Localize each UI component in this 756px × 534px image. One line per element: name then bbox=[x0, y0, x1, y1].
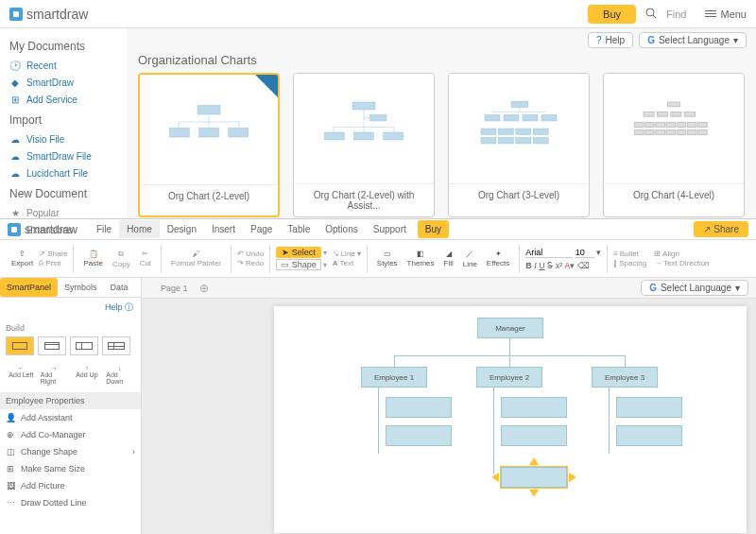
search-icon[interactable] bbox=[645, 8, 657, 21]
tab-smartpanel[interactable]: SmartPanel bbox=[0, 278, 58, 297]
node-employee-2[interactable]: Employee 2 bbox=[476, 367, 542, 388]
ribbon-effects[interactable]: ✦Effects bbox=[483, 250, 513, 267]
ribbon-shape[interactable]: ▭ Shape ▾ bbox=[276, 259, 327, 270]
add-right-button[interactable]: →Add Right bbox=[39, 363, 70, 387]
node-blank[interactable] bbox=[616, 397, 682, 418]
font-size-input[interactable] bbox=[576, 248, 594, 258]
menu-design[interactable]: Design bbox=[160, 220, 204, 238]
template-card-2level-assist[interactable]: Org Chart (2-Level) with Assist... bbox=[293, 73, 435, 217]
ribbon-text-tool[interactable]: A Text bbox=[333, 259, 361, 267]
sidebar-item-smartdraw[interactable]: ◆SmartDraw bbox=[9, 74, 117, 91]
ribbon-styles[interactable]: ▭Styles bbox=[373, 250, 402, 267]
svg-rect-44 bbox=[656, 123, 665, 128]
menu-home[interactable]: Home bbox=[119, 220, 160, 238]
strike-button[interactable]: S̶ bbox=[547, 261, 553, 270]
ribbon-spacing[interactable]: ‖ Spacing bbox=[613, 259, 646, 267]
menu-buy[interactable]: Buy bbox=[418, 220, 449, 238]
node-blank[interactable] bbox=[501, 425, 567, 446]
sidebar-item-add-service[interactable]: ⊞Add Service bbox=[9, 91, 117, 108]
sidebar-item-smartdraw-file[interactable]: ☁SmartDraw File bbox=[9, 147, 117, 164]
menu-button[interactable]: Menu bbox=[705, 9, 747, 20]
canvas-language-selector[interactable]: GSelect Language▾ bbox=[641, 280, 748, 296]
node-blank[interactable] bbox=[386, 397, 452, 418]
font-family-input[interactable] bbox=[525, 248, 573, 258]
add-down-button[interactable]: ↓Add Down bbox=[104, 363, 135, 387]
menu-table[interactable]: Table bbox=[280, 220, 318, 238]
clear-format-button[interactable]: ⌫ bbox=[577, 261, 590, 270]
node-employee-1[interactable]: Employee 1 bbox=[361, 367, 427, 388]
editor-logo[interactable]: smartdraw bbox=[8, 223, 77, 236]
add-up-button[interactable]: ↑Add Up bbox=[72, 363, 103, 387]
handle-up-icon[interactable] bbox=[529, 457, 539, 465]
node-blank[interactable] bbox=[616, 425, 682, 446]
ribbon-undo[interactable]: ↶Undo bbox=[237, 250, 264, 258]
prop-add-picture[interactable]: 🖼Add Picture bbox=[0, 477, 141, 494]
ribbon-line[interactable]: ／Line bbox=[459, 249, 481, 268]
tab-symbols[interactable]: Symbols bbox=[58, 278, 104, 297]
sidebar-item-lucidchart[interactable]: ☁Lucidchart File bbox=[9, 164, 117, 181]
tab-data[interactable]: Data bbox=[104, 278, 135, 297]
bold-button[interactable]: B bbox=[525, 261, 532, 270]
canvas[interactable]: Page 1 ⊕ GSelect Language▾ Manager Emplo… bbox=[142, 278, 756, 534]
add-left-button[interactable]: ←Add Left bbox=[6, 363, 37, 387]
shape-type-3[interactable] bbox=[70, 336, 98, 355]
menu-insert[interactable]: Insert bbox=[204, 220, 243, 238]
ribbon-text-direction[interactable]: → Text Direction bbox=[654, 259, 709, 267]
menu-support[interactable]: Support bbox=[366, 220, 414, 238]
handle-down-icon[interactable] bbox=[529, 490, 539, 497]
node-employee-3[interactable]: Employee 3 bbox=[592, 367, 658, 388]
sidebar-item-recent[interactable]: 🕑Recent bbox=[9, 57, 117, 74]
template-card-4level[interactable]: Org Chart (4-Level) bbox=[603, 73, 745, 217]
prop-same-size[interactable]: ⊞Make Same Size bbox=[0, 460, 141, 477]
ribbon-cut[interactable]: ✂Cut bbox=[136, 250, 155, 267]
sidebar-item-popular[interactable]: ★Popular bbox=[9, 204, 117, 221]
logo[interactable]: smartdraw bbox=[9, 7, 88, 22]
sidebar-item-visio[interactable]: ☁Visio File bbox=[9, 130, 117, 147]
ribbon-bullet[interactable]: ≡ Bullet bbox=[613, 250, 646, 258]
find-input[interactable]: Find bbox=[666, 9, 686, 20]
help-button[interactable]: ?Help bbox=[588, 32, 633, 48]
underline-button[interactable]: U bbox=[539, 261, 545, 270]
font-color-button[interactable]: A bbox=[564, 261, 570, 270]
shape-type-2[interactable] bbox=[38, 336, 66, 355]
ribbon-format-painter[interactable]: 🖌Format Painter bbox=[167, 250, 225, 267]
ribbon-themes[interactable]: ◧Themes bbox=[404, 250, 438, 267]
svg-rect-29 bbox=[481, 129, 496, 134]
ribbon-copy[interactable]: ⧉Copy bbox=[109, 250, 134, 268]
page-tab[interactable]: Page 1 bbox=[161, 284, 188, 293]
add-page-button[interactable]: ⊕ bbox=[199, 282, 209, 295]
prop-add-comanager[interactable]: ⊕Add Co-Manager bbox=[0, 426, 141, 443]
share-button[interactable]: ↗Share bbox=[694, 221, 748, 237]
page-surface[interactable]: Manager Employee 1 Employee 2 Employee 3 bbox=[274, 306, 747, 533]
node-blank[interactable] bbox=[501, 397, 567, 418]
ribbon-line-tool[interactable]: ↘ Line ▾ bbox=[333, 250, 361, 258]
svg-rect-39 bbox=[657, 112, 667, 116]
language-selector[interactable]: GSelect Language▾ bbox=[639, 32, 747, 48]
node-manager[interactable]: Manager bbox=[477, 318, 543, 338]
superscript-button[interactable]: x² bbox=[556, 261, 563, 270]
ribbon-print[interactable]: ⎙Print bbox=[39, 259, 67, 267]
menu-file[interactable]: File bbox=[89, 220, 119, 238]
menu-options[interactable]: Options bbox=[318, 220, 365, 238]
shape-type-4[interactable] bbox=[102, 336, 130, 355]
prop-add-assistant[interactable]: 👤Add Assistant bbox=[0, 409, 141, 426]
ribbon-redo[interactable]: ↷Redo bbox=[237, 259, 264, 267]
ribbon-share[interactable]: ↗Share bbox=[39, 250, 67, 258]
ribbon-paste[interactable]: 📋Paste bbox=[79, 250, 106, 267]
shape-type-1[interactable] bbox=[6, 336, 34, 355]
template-card-3level[interactable]: Org Chart (3-Level) bbox=[448, 73, 590, 217]
handle-right-icon[interactable] bbox=[569, 473, 576, 482]
ribbon-export[interactable]: ⇪Export bbox=[8, 250, 37, 267]
template-card-2level[interactable]: Org Chart (2-Level) bbox=[138, 73, 280, 217]
prop-dotted-line[interactable]: ⋯Draw Dotted Line bbox=[0, 494, 141, 511]
prop-change-shape[interactable]: ◫Change Shape› bbox=[0, 443, 141, 460]
ribbon-align[interactable]: ⊞ Align bbox=[654, 250, 709, 258]
node-selected[interactable] bbox=[501, 467, 567, 488]
node-blank[interactable] bbox=[386, 425, 452, 446]
italic-button[interactable]: I bbox=[534, 261, 537, 270]
buy-button[interactable]: Buy bbox=[588, 5, 636, 24]
menu-page[interactable]: Page bbox=[243, 220, 280, 238]
ribbon-fill[interactable]: ◢Fill bbox=[440, 250, 457, 267]
panel-help-link[interactable]: Help ⓘ bbox=[0, 298, 141, 318]
ribbon-select[interactable]: ➤ Select ▾ bbox=[276, 247, 327, 258]
